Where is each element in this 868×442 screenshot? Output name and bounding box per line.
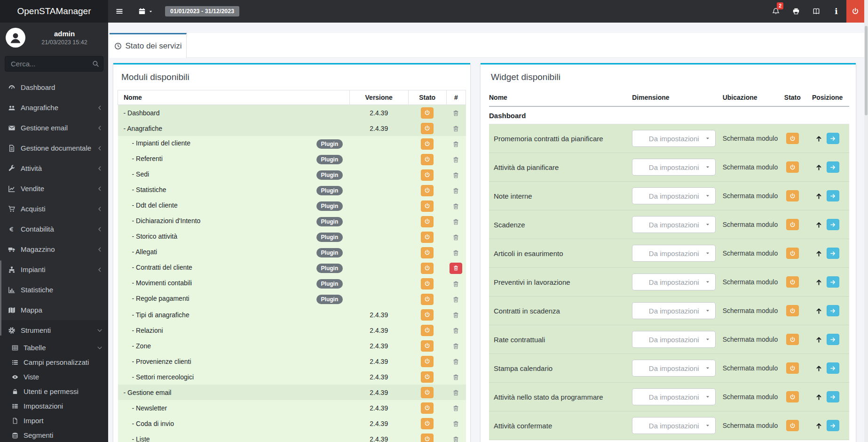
module-power-toggle[interactable] bbox=[421, 107, 434, 119]
sidebar-item-viste[interactable]: Viste bbox=[0, 370, 108, 384]
module-delete-button[interactable] bbox=[452, 281, 459, 288]
module-delete-button[interactable] bbox=[452, 374, 459, 381]
dimension-select[interactable]: Da impostazioni bbox=[632, 159, 716, 176]
dimension-select[interactable]: Da impostazioni bbox=[632, 302, 716, 319]
dimension-select[interactable]: Da impostazioni bbox=[632, 360, 716, 377]
dimension-select[interactable]: Da impostazioni bbox=[632, 245, 716, 262]
sidebar-item-strumenti[interactable]: Strumenti bbox=[0, 320, 108, 340]
sidebar-item-magazzino[interactable]: Magazzino bbox=[0, 239, 108, 259]
widget-move-up-button[interactable] bbox=[815, 422, 822, 429]
module-power-toggle[interactable] bbox=[421, 356, 434, 367]
module-power-toggle[interactable] bbox=[421, 309, 434, 321]
module-delete-button[interactable] bbox=[452, 436, 459, 442]
sidebar-item-mappa[interactable]: Mappa bbox=[0, 300, 108, 320]
dimension-select[interactable]: Da impostazioni bbox=[632, 331, 716, 348]
module-delete-button[interactable] bbox=[452, 156, 459, 163]
module-power-toggle[interactable] bbox=[421, 216, 434, 227]
module-delete-button[interactable] bbox=[452, 296, 459, 303]
sidebar-item-attivita[interactable]: Attività bbox=[0, 158, 108, 178]
sidebar-item-utenti-e-permessi[interactable]: Utenti e permessi bbox=[0, 384, 108, 399]
module-power-toggle[interactable] bbox=[421, 418, 434, 429]
sidebar-item-acquisti[interactable]: Acquisti bbox=[0, 199, 108, 219]
widget-power-toggle[interactable] bbox=[786, 161, 799, 173]
module-power-toggle[interactable] bbox=[421, 294, 434, 305]
widget-move-up-button[interactable] bbox=[815, 221, 822, 228]
sidebar-item-segmenti[interactable]: Segmenti bbox=[0, 428, 108, 442]
widget-move-up-button[interactable] bbox=[815, 307, 822, 314]
scrollbar-thumb[interactable] bbox=[865, 26, 868, 115]
logout-button[interactable] bbox=[846, 0, 864, 23]
sidebar-item-impostazioni[interactable]: Impostazioni bbox=[0, 399, 108, 413]
module-delete-button[interactable] bbox=[452, 234, 459, 241]
avatar[interactable] bbox=[6, 28, 25, 48]
module-power-toggle[interactable] bbox=[421, 154, 434, 165]
module-power-toggle[interactable] bbox=[421, 325, 434, 336]
module-delete-button[interactable] bbox=[452, 218, 459, 225]
module-power-toggle[interactable] bbox=[421, 169, 434, 181]
module-power-toggle[interactable] bbox=[421, 434, 434, 442]
calendar-button[interactable] bbox=[131, 0, 160, 23]
sidebar-item-dashboard[interactable]: Dashboard bbox=[0, 77, 108, 97]
module-delete-button[interactable] bbox=[452, 203, 459, 210]
module-power-toggle[interactable] bbox=[421, 138, 434, 150]
widget-go-button[interactable] bbox=[827, 334, 839, 345]
module-power-toggle[interactable] bbox=[421, 247, 434, 258]
module-power-toggle[interactable] bbox=[421, 278, 434, 289]
widget-go-button[interactable] bbox=[827, 391, 839, 402]
widget-move-up-button[interactable] bbox=[815, 250, 822, 257]
dimension-select[interactable]: Da impostazioni bbox=[632, 130, 716, 147]
module-delete-button[interactable] bbox=[452, 343, 459, 350]
module-delete-button[interactable] bbox=[452, 125, 459, 132]
module-delete-button[interactable] bbox=[452, 358, 459, 365]
dimension-select[interactable]: Da impostazioni bbox=[632, 273, 716, 290]
widget-power-toggle[interactable] bbox=[786, 190, 799, 201]
info-button[interactable]: i bbox=[826, 0, 846, 23]
sidebar-item-gestione-documentale[interactable]: Gestione documentale bbox=[0, 138, 108, 158]
widget-go-button[interactable] bbox=[827, 133, 839, 144]
module-delete-button[interactable] bbox=[450, 263, 462, 274]
widget-move-up-button[interactable] bbox=[815, 164, 822, 171]
widget-go-button[interactable] bbox=[827, 276, 839, 288]
widget-go-button[interactable] bbox=[827, 305, 839, 316]
module-delete-button[interactable] bbox=[452, 110, 459, 117]
widget-go-button[interactable] bbox=[827, 161, 839, 173]
module-power-toggle[interactable] bbox=[421, 232, 434, 243]
widget-go-button[interactable] bbox=[827, 248, 839, 259]
widget-power-toggle[interactable] bbox=[786, 133, 799, 144]
sidebar-toggle-button[interactable] bbox=[108, 0, 131, 23]
sidebar-item-impianti[interactable]: Impianti bbox=[0, 259, 108, 280]
widget-go-button[interactable] bbox=[827, 190, 839, 201]
dimension-select[interactable]: Da impostazioni bbox=[632, 417, 716, 434]
widget-power-toggle[interactable] bbox=[786, 276, 799, 288]
tab-stato-dei-servizi[interactable]: Stato dei servizi bbox=[110, 33, 187, 58]
sidebar-scrollbar[interactable] bbox=[0, 260, 1, 336]
widget-move-up-button[interactable] bbox=[815, 336, 822, 343]
widget-move-up-button[interactable] bbox=[815, 135, 822, 142]
window-scrollbar[interactable] bbox=[864, 0, 868, 442]
module-delete-button[interactable] bbox=[452, 312, 459, 319]
dimension-select[interactable]: Da impostazioni bbox=[632, 187, 716, 204]
module-power-toggle[interactable] bbox=[421, 201, 434, 212]
notifications-button[interactable]: 2 bbox=[765, 0, 786, 23]
sidebar-item-statistiche[interactable]: Statistiche bbox=[0, 280, 108, 300]
widget-power-toggle[interactable] bbox=[786, 305, 799, 316]
module-power-toggle[interactable] bbox=[421, 123, 434, 134]
module-delete-button[interactable] bbox=[452, 187, 459, 194]
widget-power-toggle[interactable] bbox=[786, 334, 799, 345]
widget-move-up-button[interactable] bbox=[815, 193, 822, 200]
module-power-toggle[interactable] bbox=[421, 402, 434, 414]
docs-button[interactable] bbox=[806, 0, 826, 23]
module-power-toggle[interactable] bbox=[421, 371, 434, 383]
module-delete-button[interactable] bbox=[452, 249, 459, 257]
dimension-select[interactable]: Da impostazioni bbox=[632, 388, 716, 405]
module-power-toggle[interactable] bbox=[421, 185, 434, 196]
search-input[interactable] bbox=[5, 56, 103, 72]
widget-go-button[interactable] bbox=[827, 219, 839, 230]
module-delete-button[interactable] bbox=[452, 327, 459, 334]
sidebar-item-vendite[interactable]: Vendite bbox=[0, 178, 108, 199]
date-range-badge[interactable]: 01/01/2023 - 31/12/2023 bbox=[165, 6, 239, 16]
module-delete-button[interactable] bbox=[452, 141, 459, 148]
widget-power-toggle[interactable] bbox=[786, 420, 799, 431]
module-delete-button[interactable] bbox=[452, 405, 459, 412]
module-power-toggle[interactable] bbox=[421, 387, 434, 398]
